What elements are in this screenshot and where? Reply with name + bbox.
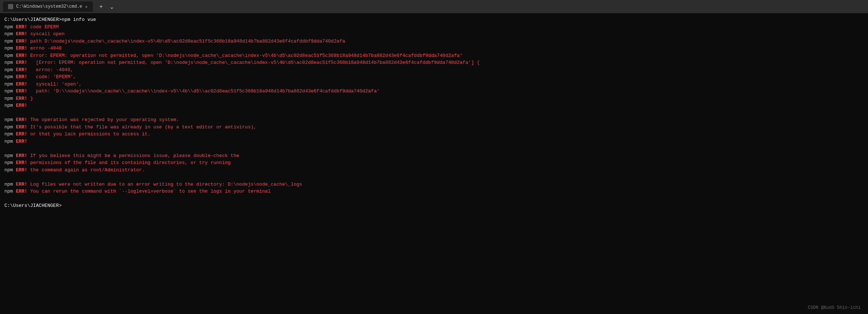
terminal-line: npm ERR! }	[4, 95, 864, 102]
err-label: ERR!	[16, 59, 27, 66]
line-text: errno: -4048,	[27, 66, 73, 74]
npm-label: npm	[4, 181, 16, 188]
npm-label: npm	[4, 52, 16, 59]
titlebar: C:\Windows\system32\cmd.e ✕ + ⌄	[0, 0, 868, 13]
line-text: The operation was rejected by your opera…	[27, 116, 179, 124]
err-label: ERR!	[16, 73, 27, 81]
npm-label: npm	[4, 38, 16, 45]
new-tab-button[interactable]: +	[97, 3, 105, 11]
line-text: Error: EPERM: operation not permitted, o…	[27, 52, 462, 59]
err-label: ERR!	[16, 81, 27, 88]
terminal-line: npm ERR!	[4, 102, 864, 109]
err-label: ERR!	[16, 138, 27, 145]
dropdown-button[interactable]: ⌄	[107, 3, 116, 11]
terminal-line: npm ERR! path: 'D:\\nodejs\\node_cache\\…	[4, 88, 864, 95]
npm-label: npm	[4, 73, 16, 81]
line-text: It's possible that the file was already …	[27, 124, 256, 131]
terminal-body: C:\Users\JIACHENGER>npm info vue npm ERR…	[0, 13, 868, 314]
err-label: ERR!	[16, 23, 27, 31]
line-text: permissions of the file and its containi…	[27, 159, 230, 167]
terminal-line: npm ERR! or that you lack permissions to…	[4, 131, 864, 138]
err-label: ERR!	[16, 124, 27, 131]
empty-line	[4, 195, 864, 202]
npm-label: npm	[4, 102, 16, 109]
terminal-tab[interactable]: C:\Windows\system32\cmd.e ✕	[3, 1, 93, 12]
prompt-text-2: C:\Users\JIACHENGER>	[4, 202, 62, 209]
line-text: If you believe this might be a permissio…	[27, 152, 239, 160]
err-label: ERR!	[16, 152, 27, 160]
tab-title: C:\Windows\system32\cmd.e	[16, 4, 82, 9]
line-text: path: 'D:\\nodejs\\node_cache\\_cacache\…	[27, 88, 379, 95]
npm-label: npm	[4, 45, 16, 52]
line-text: code EPERM	[27, 23, 59, 31]
terminal-line: npm ERR! permissions of the file and its…	[4, 159, 864, 167]
err-label: ERR!	[16, 38, 27, 45]
line-text: Log files were not written due to an err…	[27, 181, 302, 188]
line-text: }	[27, 95, 33, 102]
watermark: CSDN @Kudō Shin-ichi	[808, 305, 861, 310]
npm-label: npm	[4, 131, 16, 138]
npm-label: npm	[4, 81, 16, 88]
empty-line	[4, 174, 864, 181]
prompt-text-1: C:\Users\JIACHENGER>npm info vue	[4, 16, 96, 23]
line-text: the command again as root/Administrator.	[27, 167, 145, 174]
tab-close-button[interactable]: ✕	[85, 4, 88, 9]
line-text: syscall: 'open',	[27, 81, 81, 88]
err-label: ERR!	[16, 167, 27, 174]
err-label: ERR!	[16, 116, 27, 124]
terminal-line: npm ERR! You can rerun the command with …	[4, 188, 864, 195]
err-label: ERR!	[16, 102, 27, 109]
terminal-line: npm ERR! The operation was rejected by y…	[4, 116, 864, 124]
terminal-line: npm ERR! code EPERM	[4, 23, 864, 31]
err-label: ERR!	[16, 52, 27, 59]
line-text: [Error: EPERM: operation not permitted, …	[27, 59, 480, 66]
npm-label: npm	[4, 30, 16, 38]
terminal-line: npm ERR! errno: -4048,	[4, 66, 864, 74]
line-text: or that you lack permissions to access i…	[27, 131, 150, 138]
terminal-line: npm ERR! code: 'EPERM',	[4, 73, 864, 81]
line-text: path D:\nodejs\node_cache\_cacache\index…	[27, 38, 345, 45]
npm-label: npm	[4, 124, 16, 131]
err-label: ERR!	[16, 30, 27, 38]
err-label: ERR!	[16, 188, 27, 195]
cmd-icon	[8, 4, 13, 9]
terminal-line: npm ERR! the command again as root/Admin…	[4, 167, 864, 174]
err-label: ERR!	[16, 88, 27, 95]
npm-label: npm	[4, 159, 16, 167]
err-label: ERR!	[16, 159, 27, 167]
npm-label: npm	[4, 152, 16, 160]
line-text: syscall open	[27, 30, 64, 38]
titlebar-controls: + ⌄	[97, 3, 116, 11]
terminal-line: npm ERR! It's possible that the file was…	[4, 124, 864, 131]
prompt-line-1: C:\Users\JIACHENGER>npm info vue	[4, 16, 864, 23]
terminal-line: npm ERR! syscall: 'open',	[4, 81, 864, 88]
npm-label: npm	[4, 88, 16, 95]
line-text: code: 'EPERM',	[27, 73, 76, 81]
err-label: ERR!	[16, 131, 27, 138]
terminal-line: npm ERR! If you believe this might be a …	[4, 152, 864, 160]
terminal-line: npm ERR! [Error: EPERM: operation not pe…	[4, 59, 864, 66]
prompt-line-2: C:\Users\JIACHENGER>	[4, 202, 864, 209]
err-label: ERR!	[16, 95, 27, 102]
empty-line	[4, 145, 864, 152]
npm-label: npm	[4, 167, 16, 174]
err-label: ERR!	[16, 181, 27, 188]
npm-label: npm	[4, 116, 16, 124]
npm-label: npm	[4, 188, 16, 195]
terminal-line: npm ERR!	[4, 138, 864, 145]
npm-label: npm	[4, 23, 16, 31]
err-label: ERR!	[16, 66, 27, 74]
terminal-line: npm ERR! errno -4048	[4, 45, 864, 52]
terminal-line: npm ERR! Error: EPERM: operation not per…	[4, 52, 864, 59]
terminal-line: npm ERR! Log files were not written due …	[4, 181, 864, 188]
npm-label: npm	[4, 95, 16, 102]
line-text: errno -4048	[27, 45, 62, 52]
npm-label: npm	[4, 59, 16, 66]
npm-label: npm	[4, 66, 16, 74]
line-text: You can rerun the command with `--loglev…	[27, 188, 270, 195]
empty-line	[4, 109, 864, 117]
npm-label: npm	[4, 138, 16, 145]
terminal-line: npm ERR! path D:\nodejs\node_cache\_caca…	[4, 38, 864, 45]
err-label: ERR!	[16, 45, 27, 52]
terminal-line: npm ERR! syscall open	[4, 30, 864, 38]
